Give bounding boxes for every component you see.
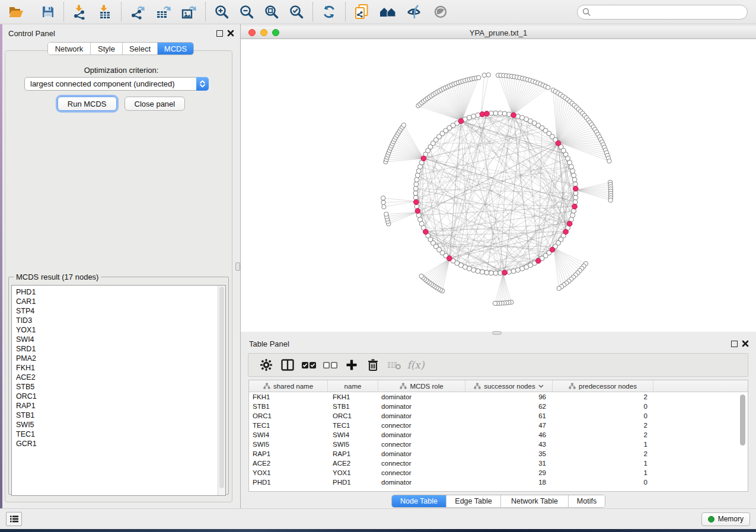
export-table-icon[interactable] xyxy=(151,2,176,22)
close-panel-icon[interactable] xyxy=(227,30,234,37)
search-input[interactable] xyxy=(591,8,747,16)
zoom-selected-icon[interactable] xyxy=(284,2,309,22)
tab-mcds[interactable]: MCDS xyxy=(158,43,193,55)
list-item[interactable]: SRD1 xyxy=(16,344,225,354)
float-panel-icon[interactable] xyxy=(216,30,223,37)
memory-button[interactable]: Memory xyxy=(701,512,750,526)
list-item[interactable]: GCR1 xyxy=(16,439,225,448)
mcds-result-list[interactable]: PHD1CAR1STP4TID3YOX1SWI4SRD1PMA2FKH1ACE2… xyxy=(11,285,226,496)
list-item[interactable]: FKH1 xyxy=(16,363,225,373)
table-cell: 61 xyxy=(465,412,553,419)
column-header-name[interactable]: name xyxy=(328,380,378,392)
export-image-icon[interactable] xyxy=(176,2,202,22)
table-cell: 31 xyxy=(465,460,553,467)
table-scrollbar[interactable] xyxy=(740,395,746,489)
column-visibility-icon[interactable] xyxy=(277,356,298,374)
tab-style[interactable]: Style xyxy=(91,43,123,55)
search-icon xyxy=(582,8,591,17)
column-header-successor-nodes[interactable]: successor nodes xyxy=(465,380,553,392)
table-row[interactable]: YOX1YOX1connector291 xyxy=(249,468,748,477)
window-minimize-icon[interactable] xyxy=(260,29,267,36)
list-item[interactable]: TID3 xyxy=(16,316,225,325)
select-all-rows-icon[interactable] xyxy=(298,356,320,374)
table-row[interactable]: SWI5SWI5connector431 xyxy=(249,440,748,449)
table-row[interactable]: FKH1FKH1dominator962 xyxy=(249,392,748,402)
import-table-icon[interactable] xyxy=(92,2,117,22)
list-item[interactable]: RAP1 xyxy=(16,401,225,411)
close-panel-button[interactable]: Close panel xyxy=(125,97,186,111)
show-all-icon[interactable] xyxy=(428,2,454,22)
task-history-button[interactable] xyxy=(6,512,22,526)
network-canvas[interactable] xyxy=(241,39,756,332)
search-field[interactable] xyxy=(577,5,748,20)
list-item[interactable]: STB1 xyxy=(16,411,225,420)
list-item[interactable]: CAR1 xyxy=(16,297,225,306)
criterion-value: largest connected component (undirected) xyxy=(25,79,196,88)
column-header-mcds-role[interactable]: MCDS role xyxy=(378,380,465,392)
list-item[interactable]: YOX1 xyxy=(16,325,225,335)
tab-network-table[interactable]: Network Table xyxy=(501,495,569,507)
tab-motifs[interactable]: Motifs xyxy=(569,495,605,507)
table-row[interactable]: ORC1ORC1dominator610 xyxy=(249,411,748,421)
float-panel-icon[interactable] xyxy=(731,341,738,347)
toolbar-separator xyxy=(312,2,313,21)
list-item[interactable]: ORC1 xyxy=(16,392,225,401)
table-row[interactable]: PHD1PHD1dominator180 xyxy=(249,477,748,487)
table-cell: STB1 xyxy=(328,403,378,410)
add-column-icon[interactable] xyxy=(341,356,362,374)
column-header-shared-name[interactable]: shared name xyxy=(249,380,328,392)
table-row[interactable]: ACE2ACE2connector311 xyxy=(249,459,748,468)
table-panel: Table Panel f(x) xyxy=(241,335,756,508)
open-file-icon[interactable] xyxy=(4,2,29,22)
table-cell: dominator xyxy=(378,431,465,438)
table-row[interactable]: TEC1TEC1connector472 xyxy=(249,421,748,430)
list-item[interactable]: TEC1 xyxy=(16,430,225,439)
zoom-fit-icon[interactable] xyxy=(259,2,284,22)
list-item[interactable]: STP4 xyxy=(16,306,225,316)
tab-select[interactable]: Select xyxy=(123,43,158,55)
table-cell: 1 xyxy=(553,441,653,448)
export-network-icon[interactable] xyxy=(125,2,151,22)
deselect-all-rows-icon[interactable] xyxy=(320,356,341,374)
window-close-icon[interactable] xyxy=(248,29,256,36)
node-table: shared name name MCDS role successor nod… xyxy=(248,380,748,492)
network-window-titlebar[interactable]: YPA_prune.txt_1 xyxy=(241,27,756,39)
zoom-out-icon[interactable] xyxy=(234,2,259,22)
tab-edge-table[interactable]: Edge Table xyxy=(446,495,501,507)
apply-layout-icon[interactable] xyxy=(317,2,342,22)
delete-column-icon[interactable] xyxy=(362,356,384,374)
import-network-icon[interactable] xyxy=(68,2,92,22)
vertical-splitter-handle[interactable] xyxy=(235,262,240,271)
optimization-criterion-select[interactable]: largest connected component (undirected) xyxy=(24,77,209,91)
table-row[interactable]: STB1STB1dominator620 xyxy=(249,402,748,411)
list-scrollbar[interactable] xyxy=(218,286,225,495)
table-cell: connector xyxy=(378,469,465,476)
table-settings-icon[interactable] xyxy=(256,356,277,374)
main-toolbar xyxy=(0,0,756,24)
close-panel-icon[interactable] xyxy=(742,340,749,347)
table-cell: 29 xyxy=(465,469,553,476)
list-item[interactable]: STB5 xyxy=(16,382,225,392)
table-row[interactable]: RAP1RAP1dominator352 xyxy=(249,449,748,459)
first-neighbors-icon[interactable] xyxy=(374,2,401,22)
table-body: FKH1FKH1dominator962STB1STB1dominator620… xyxy=(249,392,748,487)
list-item[interactable]: SWI4 xyxy=(16,335,225,344)
list-item[interactable]: SWI5 xyxy=(16,420,225,430)
column-header-predecessor-nodes[interactable]: predecessor nodes xyxy=(553,380,653,392)
run-mcds-button[interactable]: Run MCDS xyxy=(58,97,117,111)
list-item[interactable]: PHD1 xyxy=(16,287,225,297)
list-item[interactable]: ACE2 xyxy=(16,373,225,382)
save-icon[interactable] xyxy=(36,2,60,22)
zoom-in-icon[interactable] xyxy=(209,2,234,22)
task-list-icon xyxy=(9,515,19,523)
new-network-from-selection-icon[interactable] xyxy=(349,2,374,22)
network-graph[interactable] xyxy=(241,39,756,332)
list-item[interactable]: PMA2 xyxy=(16,354,225,363)
table-row[interactable]: SWI4SWI4dominator462 xyxy=(249,430,748,440)
function-builder-icon: f(x) xyxy=(405,356,426,374)
table-cell: 2 xyxy=(553,422,653,429)
hide-selected-icon[interactable] xyxy=(401,2,428,22)
window-zoom-icon[interactable] xyxy=(272,29,279,36)
tab-network[interactable]: Network xyxy=(48,43,91,55)
tab-node-table[interactable]: Node Table xyxy=(392,495,446,507)
